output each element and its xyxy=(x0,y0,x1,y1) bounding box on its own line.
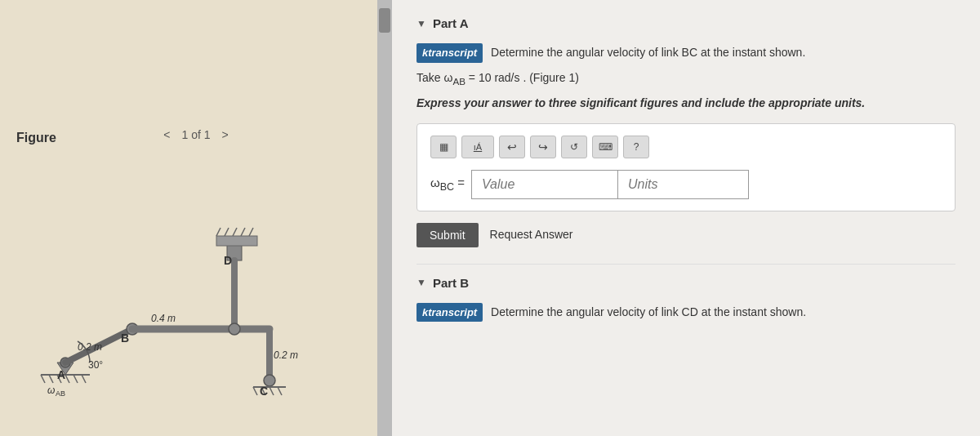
svg-text:0.4 m: 0.4 m xyxy=(151,313,176,324)
right-panel: ▼ Part A ktranscript Determine the angul… xyxy=(392,0,980,436)
scroll-thumb[interactable] xyxy=(379,8,390,33)
part-a-label: Part A xyxy=(433,16,469,30)
value-input[interactable] xyxy=(471,170,618,199)
format-btn-2[interactable]: ıÁ xyxy=(461,136,494,158)
page-indicator: 1 of 1 xyxy=(181,128,210,141)
math-toolbar: ▦ ıÁ ↩ ↪ ↺ ⌨ ? xyxy=(430,136,942,158)
figure-ref: (Figure 1) xyxy=(529,71,579,84)
problem-text-b: Determine the angular velocity of link C… xyxy=(491,305,806,318)
svg-text:C: C xyxy=(260,385,268,398)
redo-icon: ↪ xyxy=(538,140,548,153)
submit-button[interactable]: Submit xyxy=(416,223,479,247)
request-answer-link[interactable]: Request Answer xyxy=(490,228,573,242)
redo-btn[interactable]: ↪ xyxy=(530,136,556,158)
svg-text:B: B xyxy=(121,331,129,345)
reset-icon: ↺ xyxy=(570,141,578,153)
svg-text:A: A xyxy=(57,368,65,381)
svg-text:D: D xyxy=(224,254,232,267)
collapse-arrow-a[interactable]: ▼ xyxy=(416,18,426,29)
keyboard-btn[interactable]: ⌨ xyxy=(592,136,618,158)
svg-line-4 xyxy=(65,375,69,383)
help-icon: ? xyxy=(634,141,639,153)
input-row: ωBC = xyxy=(430,170,942,199)
problem-text-a: Determine the angular velocity of link B… xyxy=(491,46,805,59)
part-a-header: ▼ Part A xyxy=(416,16,956,30)
transcript-badge-a[interactable]: ktranscript xyxy=(416,43,483,63)
keyboard-icon: ⌨ xyxy=(599,141,612,153)
svg-text:ω: ω xyxy=(47,385,55,396)
svg-rect-15 xyxy=(216,236,257,246)
format-icon-2: ıÁ xyxy=(474,142,482,152)
omega-given: Take ωAB = 10 rad/s . (Figure 1) xyxy=(416,69,956,88)
take-omega-label: Take ωAB = 10 rad/s . xyxy=(416,71,529,84)
svg-point-14 xyxy=(229,323,240,335)
next-button[interactable]: > xyxy=(217,127,234,143)
units-input[interactable] xyxy=(618,170,749,199)
reset-btn[interactable]: ↺ xyxy=(561,136,587,158)
svg-text:30°: 30° xyxy=(88,359,103,371)
prev-button[interactable]: < xyxy=(158,127,175,143)
svg-line-2 xyxy=(49,375,53,383)
part-b-header: ▼ Part B xyxy=(416,276,956,290)
svg-line-24 xyxy=(253,387,257,395)
format-btn-1[interactable]: ▦ xyxy=(430,136,457,158)
express-instruction: Express your answer to three significant… xyxy=(416,95,956,112)
problem-statement-b: ktranscript Determine the angular veloci… xyxy=(416,303,956,323)
figure-title: Figure xyxy=(16,131,56,145)
svg-line-6 xyxy=(82,375,86,383)
figure-drawing: 0.2 m 0.4 m 0.2 m 30° A B D C ω AB xyxy=(0,167,376,428)
part-b-label: Part B xyxy=(433,276,469,290)
nav-controls: < 1 of 1 > xyxy=(158,127,233,143)
svg-line-5 xyxy=(74,375,78,383)
answer-box-a: ▦ ıÁ ↩ ↪ ↺ ⌨ ? ωBC = xyxy=(416,123,956,211)
svg-line-16 xyxy=(216,228,220,236)
transcript-badge-b[interactable]: ktranscript xyxy=(416,303,483,323)
svg-text:AB: AB xyxy=(56,389,65,398)
figure-panel: Figure < 1 of 1 > xyxy=(0,0,392,436)
svg-line-17 xyxy=(225,228,229,236)
undo-btn[interactable]: ↩ xyxy=(499,136,525,158)
action-row-a: Submit Request Answer xyxy=(416,223,956,247)
svg-line-26 xyxy=(270,387,274,395)
svg-line-20 xyxy=(249,228,253,236)
scroll-bar[interactable] xyxy=(377,0,392,436)
omega-bc-label: ωBC = xyxy=(430,176,465,193)
svg-line-27 xyxy=(278,387,282,395)
collapse-arrow-b[interactable]: ▼ xyxy=(416,277,426,288)
svg-text:0.2 m: 0.2 m xyxy=(78,341,102,353)
problem-statement-a: ktranscript Determine the angular veloci… xyxy=(416,43,956,63)
undo-icon: ↩ xyxy=(507,140,517,153)
figure-svg: 0.2 m 0.4 m 0.2 m 30° A B D C ω AB xyxy=(0,167,376,420)
svg-line-1 xyxy=(41,375,45,383)
svg-line-19 xyxy=(241,228,245,236)
format-icon-1: ▦ xyxy=(439,141,448,153)
svg-text:0.2 m: 0.2 m xyxy=(274,349,298,361)
part-b-section: ▼ Part B ktranscript Determine the angul… xyxy=(416,264,956,323)
help-btn[interactable]: ? xyxy=(623,136,649,158)
svg-line-18 xyxy=(233,228,237,236)
